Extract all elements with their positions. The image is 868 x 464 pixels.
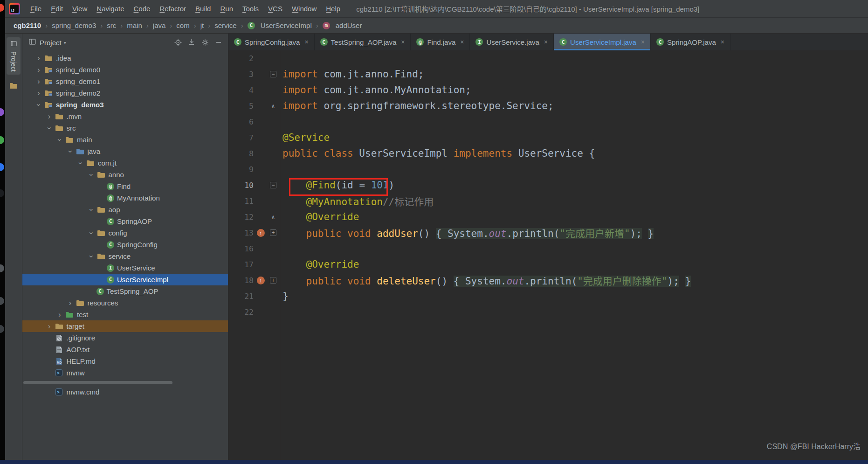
chevron-right-icon[interactable]: › — [34, 78, 44, 85]
menu-tools[interactable]: Tools — [238, 0, 263, 17]
chevron-right-icon[interactable]: › — [34, 55, 44, 62]
tab-UserService.java[interactable]: IUserService.java× — [470, 34, 554, 50]
tree-item-java[interactable]: ›java — [22, 145, 228, 157]
menu-build[interactable]: Build — [191, 0, 215, 17]
dock-app-icon[interactable] — [0, 189, 4, 197]
tree-item-target[interactable]: ›target — [22, 320, 228, 332]
tree-item-mvnw[interactable]: >mvnw — [22, 367, 228, 379]
fold-collapse-icon[interactable]: − — [270, 182, 276, 188]
dock-app-icon[interactable] — [0, 108, 4, 116]
chevron-down-icon[interactable]: › — [35, 100, 42, 110]
project-view-selector[interactable]: Project — [40, 39, 62, 47]
tree-item-com.jt[interactable]: ›com.jt — [22, 157, 228, 169]
code-line-13[interactable]: 13↑+ public void addUser() { System.out.… — [228, 225, 868, 241]
tree-item-SpringConfig[interactable]: CSpringConfig — [22, 239, 228, 250]
code-line-16[interactable]: 16 — [228, 241, 868, 256]
fold-expand-icon[interactable]: + — [270, 229, 276, 236]
breadcrumb-UserServiceImpl[interactable]: CUserServiceImpl — [248, 21, 312, 29]
code-line-4[interactable]: 4import com.jt.anno.MyAnnotation; — [228, 82, 868, 98]
fold-end-icon[interactable]: ∧ — [271, 103, 275, 109]
chevron-down-icon[interactable]: › — [56, 135, 63, 145]
code-line-2[interactable]: 2 — [228, 50, 868, 66]
chevron-right-icon[interactable]: › — [34, 90, 44, 97]
tree-item-main[interactable]: ›main — [22, 134, 228, 145]
breadcrumb-addUser[interactable]: maddUser — [323, 21, 362, 29]
tab-TestSpring_AOP.java[interactable]: CTestSpring_AOP.java× — [315, 34, 411, 50]
menu-file[interactable]: File — [26, 0, 46, 17]
dock-app-icon[interactable] — [0, 297, 4, 305]
tree-item-config[interactable]: ›config — [22, 227, 228, 239]
tree-item-MyAnnotation[interactable]: @MyAnnotation — [22, 192, 228, 204]
tree-item-Find[interactable]: @Find — [22, 180, 228, 192]
tree-item-.gitignore[interactable]: .gitignore — [22, 332, 228, 344]
code-line-10[interactable]: 10− @Find(id = 101) — [228, 177, 868, 193]
tree-item-spring_demo0[interactable]: ›spring_demo0 — [22, 64, 228, 76]
tree-item-UserService[interactable]: IUserService — [22, 262, 228, 274]
breadcrumb-main[interactable]: main — [127, 21, 142, 29]
tree-item-src[interactable]: ›src — [22, 122, 228, 134]
code-line-9[interactable]: 9 — [228, 161, 868, 177]
chevron-right-icon[interactable]: › — [44, 323, 55, 330]
dock-app-icon[interactable] — [0, 136, 4, 144]
tree-item-spring_demo2[interactable]: ›spring_demo2 — [22, 87, 228, 99]
dock-app-icon[interactable] — [0, 264, 4, 272]
code-line-7[interactable]: 7@Service — [228, 130, 868, 145]
settings-icon[interactable] — [201, 39, 209, 46]
tree-item-TestSpring_AOP[interactable]: CTestSpring_AOP — [22, 285, 228, 297]
code-line-8[interactable]: 8public class UserServiceImpl implements… — [228, 145, 868, 161]
tree-item-UserServiceImpl[interactable]: CUserServiceImpl — [22, 274, 228, 285]
tree-item-test[interactable]: ›test — [22, 309, 228, 320]
horizontal-scrollbar[interactable] — [23, 381, 172, 384]
tree-item-aop[interactable]: ›aop — [22, 204, 228, 215]
menu-edit[interactable]: Edit — [46, 0, 68, 17]
chevron-right-icon[interactable]: › — [44, 113, 55, 120]
hide-icon[interactable] — [215, 39, 222, 46]
breadcrumb-java[interactable]: java — [153, 21, 166, 29]
overrides-method-icon[interactable]: ↑ — [257, 277, 265, 284]
menu-code[interactable]: Code — [129, 0, 155, 17]
code-line-22[interactable]: 22 — [228, 304, 868, 320]
menu-run[interactable]: Run — [215, 0, 238, 17]
close-icon[interactable]: × — [641, 38, 645, 46]
code-line-3[interactable]: 3−import com.jt.anno.Find; — [228, 66, 868, 82]
tree-item-mvnw.cmd[interactable]: >mvnw.cmd — [22, 386, 228, 398]
code-line-5[interactable]: 5∧import org.springframework.stereotype.… — [228, 98, 868, 114]
menu-refactor[interactable]: Refactor — [155, 0, 191, 17]
chevron-down-icon[interactable]: › — [46, 123, 53, 133]
chevron-down-icon[interactable]: › — [67, 146, 74, 157]
breadcrumb-src[interactable]: src — [107, 21, 116, 29]
breadcrumb-jt[interactable]: jt — [200, 21, 204, 29]
breadcrumb-cgb2110[interactable]: cgb2110 — [14, 21, 41, 29]
chevron-right-icon[interactable]: › — [65, 299, 76, 307]
close-icon[interactable]: × — [304, 38, 308, 46]
chevron-right-icon[interactable]: › — [55, 311, 65, 319]
close-icon[interactable]: × — [401, 38, 405, 46]
chevron-down-icon[interactable]: › — [88, 205, 95, 215]
code-line-12[interactable]: 12∧ @Override — [228, 209, 868, 225]
chevron-down-icon[interactable]: › — [77, 158, 84, 168]
breadcrumb-com[interactable]: com — [176, 21, 189, 29]
menu-window[interactable]: Window — [287, 0, 321, 17]
tree-item-service[interactable]: ›service — [22, 250, 228, 262]
tree-item-spring_demo3[interactable]: ›spring_demo3 — [22, 99, 228, 111]
folder-icon[interactable] — [9, 82, 18, 91]
dock-app-icon[interactable] — [0, 163, 4, 171]
menu-vcs[interactable]: VCS — [263, 0, 287, 17]
close-icon[interactable]: × — [721, 38, 724, 46]
fold-expand-icon[interactable]: + — [270, 277, 276, 284]
dock-app-icon[interactable] — [0, 4, 4, 12]
menu-navigate[interactable]: Navigate — [92, 0, 129, 17]
code-line-6[interactable]: 6 — [228, 114, 868, 130]
locate-icon[interactable] — [174, 39, 182, 46]
tab-UserServiceImpl.java[interactable]: CUserServiceImpl.java× — [554, 34, 651, 50]
breadcrumb-service[interactable]: service — [214, 21, 237, 29]
tree-item-anno[interactable]: ›anno — [22, 169, 228, 180]
code-editor[interactable]: 23−import com.jt.anno.Find;4import com.j… — [228, 50, 868, 464]
chevron-down-icon[interactable]: › — [88, 228, 95, 238]
menu-view[interactable]: View — [68, 0, 92, 17]
tree-item-resources[interactable]: ›resources — [22, 297, 228, 309]
tab-SpringConfig.java[interactable]: CSpringConfig.java× — [228, 34, 315, 50]
code-line-17[interactable]: 17 @Override — [228, 256, 868, 272]
tree-item-AOP.txt[interactable]: AOP.txt — [22, 344, 228, 355]
tab-SpringAOP.java[interactable]: CSpringAOP.java× — [651, 34, 730, 50]
